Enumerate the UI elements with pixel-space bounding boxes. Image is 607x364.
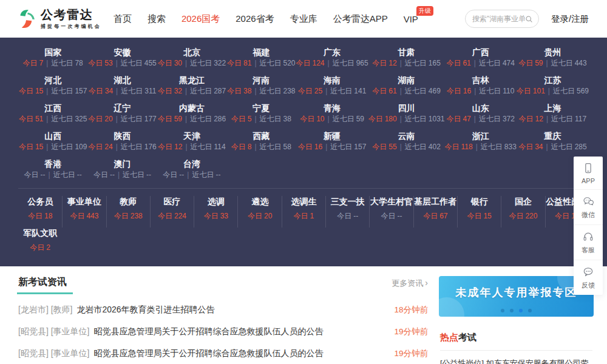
province-cell[interactable]: 江苏 今日101|近七日569 bbox=[517, 73, 589, 97]
category-cell[interactable]: 银行 今日15 bbox=[457, 196, 501, 228]
province-cell[interactable]: 黑龙江 今日32|近七日287 bbox=[157, 73, 226, 97]
province-name: 广东 bbox=[296, 46, 368, 58]
category-name: 基层工作者 bbox=[414, 196, 457, 207]
province-stats: 今日15|近七日109 bbox=[18, 142, 87, 152]
province-cell[interactable]: 辽宁 今日20|近七日177 bbox=[87, 101, 157, 125]
search-input[interactable] bbox=[472, 15, 525, 23]
province-cell[interactable]: 四川 今日180|近七日1031 bbox=[368, 101, 445, 125]
province-cell[interactable]: 广西 今日61|近七日474 bbox=[445, 45, 517, 69]
province-stats: 今日8|近七日58 bbox=[226, 142, 296, 152]
province-cell[interactable]: 山西 今日15|近七日109 bbox=[18, 129, 87, 153]
province-cell[interactable]: 北京 今日30|近七日322 bbox=[157, 45, 226, 69]
province-cell[interactable]: 山东 今日47|近七日372 bbox=[445, 101, 517, 125]
province-name: 台湾 bbox=[157, 158, 226, 170]
province-stats: 今日101|近七日569 bbox=[517, 86, 589, 96]
province-stats: 今日34|近七日285 bbox=[517, 142, 589, 152]
province-cell[interactable]: 甘肃 今日12|近七日165 bbox=[368, 45, 445, 69]
nav-item[interactable]: 2026省考 bbox=[236, 13, 274, 25]
carousel-dot[interactable] bbox=[528, 309, 532, 312]
phone-icon bbox=[582, 162, 594, 174]
province-cell[interactable]: 河北 今日15|近七日157 bbox=[18, 73, 87, 97]
category-cell[interactable]: 大学生村官 今日-- bbox=[369, 196, 413, 228]
toolbar-app[interactable]: APP bbox=[574, 157, 603, 189]
category-cell[interactable]: 教师 今日238 bbox=[106, 196, 150, 228]
more-news-link[interactable]: 更多资讯› bbox=[392, 278, 428, 289]
feedback-icon bbox=[582, 266, 594, 278]
toolbar-wechat[interactable]: 微信 bbox=[574, 189, 603, 224]
news-item[interactable]: [昭觉县] [事业单位] 昭觉县应急管理局关于公开招聘综合应急救援队伍人员的公告… bbox=[18, 343, 428, 364]
nav-item[interactable]: 2026国考 bbox=[181, 13, 220, 25]
province-cell[interactable]: 海南 今日25|近七日141 bbox=[296, 73, 368, 97]
carousel-dot[interactable] bbox=[501, 309, 504, 312]
category-name: 军队文职 bbox=[18, 228, 62, 239]
news-item[interactable]: [昭觉县] [事业单位] 昭觉县应急管理局关于公开招聘综合应急救援队伍人员的公告… bbox=[18, 321, 428, 343]
province-stats: 今日12|近七日114 bbox=[157, 142, 226, 152]
province-cell[interactable]: 河南 今日38|近七日238 bbox=[226, 73, 296, 97]
news-item-title: 昭觉县应急管理局关于公开招聘综合应急救援队伍人员的公告 bbox=[93, 348, 385, 359]
nav-item[interactable]: 专业库 bbox=[290, 13, 317, 25]
login-register-link[interactable]: 登录/注册 bbox=[551, 13, 589, 25]
province-cell[interactable]: 上海 今日12|近七日117 bbox=[517, 101, 589, 125]
nav-item[interactable]: 搜索 bbox=[148, 13, 166, 25]
category-cell[interactable]: 选调 今日33 bbox=[194, 196, 237, 228]
province-cell[interactable]: 台湾 今日--|近七日-- bbox=[157, 157, 226, 181]
province-cell[interactable]: 西藏 今日8|近七日58 bbox=[226, 129, 296, 153]
province-cell[interactable]: 青海 今日10|近七日59 bbox=[296, 101, 368, 125]
category-cell[interactable]: 选调生 今日1 bbox=[282, 196, 325, 228]
news-item-time: 18分钟前 bbox=[394, 305, 428, 315]
province-cell[interactable]: 澳门 今日--|近七日-- bbox=[87, 157, 157, 181]
nav-item[interactable]: 首页 bbox=[114, 13, 132, 25]
province-cell[interactable]: 广东 今日124|近七日965 bbox=[296, 45, 368, 69]
province-stats: 今日--|近七日-- bbox=[18, 170, 87, 180]
carousel-dot[interactable] bbox=[510, 309, 514, 312]
category-row: 公务员 今日18 事业单位 今日443 教师 今日238 医疗 今日224 选调… bbox=[18, 188, 589, 261]
news-item[interactable]: [龙岩市] [教师] 龙岩市2026年教育类引进生招聘公告 18分钟前 bbox=[18, 299, 428, 321]
province-name: 贵州 bbox=[517, 46, 589, 58]
hot-exam-item[interactable]: [公益性岗位] 如东东安保安服务有限公司劳务派遣人员招聘简章(2025年12月第… bbox=[440, 357, 592, 364]
province-cell[interactable]: 吉林 今日16|近七日110 bbox=[445, 73, 517, 97]
province-stats: 今日124|近七日965 bbox=[296, 58, 368, 68]
province-stats: 今日20|近七日177 bbox=[87, 114, 157, 124]
province-cell[interactable]: 内蒙古 今日59|近七日286 bbox=[157, 101, 226, 125]
province-cell[interactable]: 新疆 今日16|近七日157 bbox=[296, 129, 368, 153]
province-cell[interactable]: 江西 今日51|近七日325 bbox=[18, 101, 87, 125]
category-cell[interactable]: 基层工作者 今日67 bbox=[413, 196, 457, 228]
province-cell[interactable]: 云南 今日55|近七日402 bbox=[368, 129, 445, 153]
province-cell[interactable]: 贵州 今日59|近七日443 bbox=[517, 45, 589, 69]
main-content: 新考试资讯 更多资讯› [龙岩市] [教师] 龙岩市2026年教育类引进生招聘公… bbox=[0, 266, 607, 364]
category-cell[interactable]: 医疗 今日224 bbox=[150, 196, 194, 228]
province-cell[interactable]: 香港 今日--|近七日-- bbox=[18, 157, 87, 181]
province-cell[interactable]: 湖北 今日34|近七日311 bbox=[87, 73, 157, 97]
toolbar-feedback[interactable]: 反馈 bbox=[574, 260, 603, 295]
carousel-dot[interactable] bbox=[519, 309, 523, 312]
category-cell[interactable]: 国企 今日220 bbox=[501, 196, 544, 228]
nav-item-vip[interactable]: VIP 升级 bbox=[404, 14, 418, 24]
logo[interactable]: 公考雷达 捕捉每一次考编机会 bbox=[18, 8, 101, 30]
category-cell[interactable]: 事业单位 今日443 bbox=[62, 196, 106, 228]
minor-report-banner[interactable]: 未成年人专用举报专区 bbox=[439, 276, 594, 317]
search-icon[interactable] bbox=[525, 15, 533, 24]
province-cell[interactable]: 天津 今日12|近七日114 bbox=[157, 129, 226, 153]
province-stats: 今日118|近七日833 bbox=[445, 142, 517, 152]
province-cell[interactable]: 国家 今日7|近七日78 bbox=[18, 45, 87, 69]
category-cell[interactable]: 公务员 今日18 bbox=[18, 196, 62, 228]
province-cell[interactable]: 湖南 今日61|近七日469 bbox=[368, 73, 445, 97]
search-box[interactable] bbox=[465, 10, 539, 28]
toolbar-support[interactable]: 客服 bbox=[574, 224, 603, 260]
province-cell[interactable]: 宁夏 今日5|近七日38 bbox=[226, 101, 296, 125]
province-cell[interactable]: 安徽 今日53|近七日455 bbox=[87, 45, 157, 69]
category-cell[interactable]: 军队文职 今日2 bbox=[18, 228, 62, 259]
province-stats: 今日10|近七日59 bbox=[296, 114, 368, 124]
province-stats: 今日24|近七日176 bbox=[87, 142, 157, 152]
province-cell[interactable]: 福建 今日81|近七日520 bbox=[226, 45, 296, 69]
province-cell[interactable]: 重庆 今日34|近七日285 bbox=[517, 129, 589, 153]
province-cell[interactable]: 陕西 今日24|近七日176 bbox=[87, 129, 157, 153]
province-cell[interactable]: 浙江 今日118|近七日833 bbox=[445, 129, 517, 153]
hot-exams-card: 热点考试 [公益性岗位] 如东东安保安服务有限公司劳务派遣人员招聘简章(2025… bbox=[439, 324, 594, 364]
nav-item[interactable]: 公考雷达APP bbox=[333, 13, 388, 25]
category-cell[interactable]: 三支一扶 今日-- bbox=[325, 196, 369, 228]
province-name: 重庆 bbox=[517, 130, 589, 142]
category-today-count: 今日1 bbox=[282, 211, 325, 221]
province-grid: 国家 今日7|近七日78 安徽 今日53|近七日455 北京 今日30|近七日3… bbox=[18, 45, 589, 181]
category-cell[interactable]: 遴选 今日20 bbox=[237, 196, 281, 228]
